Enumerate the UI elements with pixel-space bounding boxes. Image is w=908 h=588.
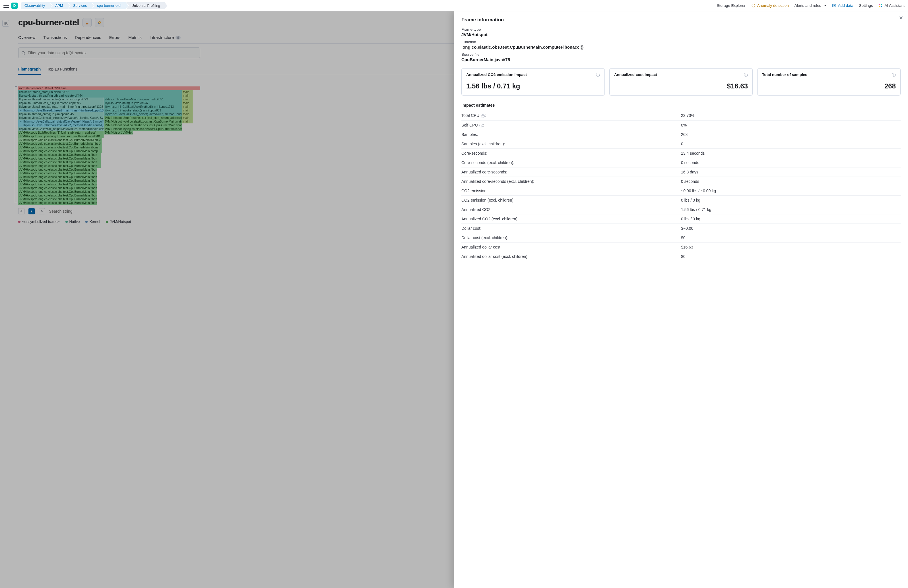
help-icon[interactable]: ?: [481, 114, 485, 118]
impact-value: $~0.00: [681, 224, 901, 233]
flame-segment[interactable]: JVM/Hotspot: byte[] co.elastic.obs.test.…: [104, 127, 182, 131]
java-agent-icon-button[interactable]: [82, 18, 92, 27]
flame-segment[interactable]: main: [182, 116, 193, 120]
subtab-flamegraph[interactable]: Flamegraph: [18, 64, 41, 75]
flame-segment[interactable]: JVM/Hotspot: long co.elastic.obs.test.Cp…: [18, 172, 97, 175]
expand-sidebar-button[interactable]: [2, 20, 9, 27]
flame-segment[interactable]: JVM/Hotspot: long co.elastic.obs.test.Cp…: [18, 197, 97, 201]
flame-segment[interactable]: main: [182, 90, 193, 94]
flame-segment[interactable]: JVM/Hotspot: long co.elastic.obs.test.Cp…: [18, 168, 97, 172]
flame-segment[interactable]: libjvm.so: jni_invoke_static() in jni.cp…: [104, 109, 182, 112]
impact-value: 0 lbs / 0 kg: [681, 196, 901, 205]
breadcrumb-item[interactable]: Services: [68, 2, 91, 9]
flame-segment[interactable]: JVM/Hotspot: void co.elastic.obs.test.Cp…: [104, 120, 182, 124]
info-icon[interactable]: ⓘ: [744, 72, 748, 78]
flame-segment[interactable]: JVM/Hotspot: vo: [104, 131, 120, 135]
flame-segment[interactable]: libjvm.so: jni_CallStaticVoidMethod() in…: [104, 105, 182, 109]
tab-errors[interactable]: Errors: [109, 32, 120, 43]
otel-icon-button[interactable]: [95, 18, 104, 27]
kql-search-bar[interactable]: [18, 48, 200, 58]
flame-segment[interactable]: libc.so.6: start_thread() in pthread_cre…: [18, 94, 182, 98]
flame-segment[interactable]: [97, 157, 101, 161]
flame-segment[interactable]: JVM/Hotspot: void co.elastic.obs.test.Cp…: [18, 146, 98, 149]
tab-metrics[interactable]: Metrics: [128, 32, 142, 43]
flame-segment[interactable]: JVM/Hotspot: long co.elastic.obs.test.Cp…: [18, 161, 97, 164]
flame-segment[interactable]: libjvm.so: JavaCalls::call_virtual(JavaV…: [18, 116, 104, 120]
global-header: D ObservabilityAPMServicescpu-burner-ote…: [0, 0, 908, 11]
tab-overview[interactable]: Overview: [18, 32, 35, 43]
flame-segment[interactable]: JVM/Hotspot: void co.elastic.obs.test.Cp…: [104, 124, 182, 127]
flame-segment[interactable]: libjli.so: ThreadJavaMain() in java_md.c…: [104, 98, 182, 101]
flame-segment[interactable]: JVM/Hotspot: void co.elastic.obs.test.Cp…: [18, 138, 98, 142]
flame-segment[interactable]: JVM/Hotspot: long co.elastic.obs.test.Cp…: [18, 149, 98, 153]
flame-segment[interactable]: libjvm.so: thread_native_entry() in os_l…: [18, 98, 104, 101]
flame-segment[interactable]: main: [182, 94, 193, 98]
flame-segment[interactable]: main: [182, 101, 193, 105]
flame-segment[interactable]: J: [98, 138, 102, 142]
legend-kernel: Kernel: [85, 220, 100, 224]
flame-segment[interactable]: JVM/Hotspot: long co.elastic.obs.test.Cp…: [18, 194, 97, 197]
anomaly-detection-link[interactable]: Anomaly detection: [751, 3, 789, 8]
flame-segment[interactable]: J: [98, 142, 102, 146]
flame-segment[interactable]: main: [182, 112, 193, 116]
subtab-top10[interactable]: Top 10 Functions: [47, 64, 77, 75]
flame-segment[interactable]: libjli.so: JavaMain() in java.c#547: [104, 101, 182, 105]
flame-segment[interactable]: main: [182, 105, 193, 109]
tab-transactions[interactable]: Transactions: [43, 32, 66, 43]
flame-segment[interactable]: libjvm.so: thread_entry() in jvm.cpp#284…: [18, 112, 104, 116]
nav-toggle-button[interactable]: [3, 4, 9, 8]
kql-input[interactable]: [27, 51, 197, 55]
flame-segment[interactable]: [98, 149, 102, 153]
impact-value: $16.63: [681, 243, 901, 252]
tab-dependencies[interactable]: Dependencies: [75, 32, 101, 43]
info-icon[interactable]: ⓘ: [892, 72, 896, 78]
flame-segment[interactable]: JVM/Hotspot: StubRoutines (1) [call_stub…: [18, 131, 104, 135]
settings-link[interactable]: Settings: [859, 3, 873, 8]
flame-segment[interactable]: JVM/Hotspot: long co.elastic.obs.test.Cp…: [18, 186, 97, 190]
flame-segment[interactable]: → libjvm.so: JavaCalls::call(JavaValue*,…: [18, 124, 104, 127]
flame-segment[interactable]: libc.so.6: thread_start() in clone.S#79: [18, 90, 182, 94]
flame-segment[interactable]: JVM/Hotspot: long co.elastic.obs.test.Cp…: [18, 179, 97, 183]
flame-segment[interactable]: [98, 146, 102, 149]
flame-segment[interactable]: JVM/Hotspot: void java.lang.Thread.run()…: [18, 135, 104, 138]
flame-segment[interactable]: libjvm.so: JavaCalls::call_helper(JavaVa…: [18, 127, 104, 131]
flame-segment[interactable]: → libjvm.so: JavaThread::thread_main_inn…: [18, 109, 104, 112]
flame-reset-button[interactable]: ▲: [29, 208, 35, 214]
flame-segment[interactable]: main: [182, 120, 193, 124]
flame-segment[interactable]: root: Represents 100% of CPU time.: [18, 87, 200, 90]
flame-segment[interactable]: libjvm.so: JavaCalls::call_helper(JavaVa…: [104, 112, 182, 116]
flame-segment[interactable]: JVM/Hotspot: long co.elastic.obs.test.Cp…: [18, 164, 97, 168]
flame-segment[interactable]: JVM/Hotspot: StubRoutines (1) [call_stub…: [104, 116, 182, 120]
flame-segment[interactable]: main: [182, 98, 193, 101]
flame-segment[interactable]: JVM/Hotspot: long co.elastic.obs.test.Cp…: [18, 157, 97, 161]
flame-segment[interactable]: libjvm.so: Thread::call_run() in thread.…: [18, 101, 104, 105]
flame-search-input[interactable]: [49, 209, 134, 214]
flame-prev-button[interactable]: <: [18, 208, 24, 214]
flame-segment[interactable]: → libjvm.so: JavaCalls::call_virtual(Jav…: [18, 120, 104, 124]
storage-explorer-link[interactable]: Storage Explorer: [716, 3, 745, 8]
flame-segment[interactable]: JVM/Hotspot: void co.elastic.obs.test.Cp…: [18, 142, 98, 146]
flame-segment[interactable]: [97, 161, 101, 164]
breadcrumb-item[interactable]: Observability: [21, 2, 50, 9]
flame-segment[interactable]: JVM/Hotspot: long co.elastic.obs.test.Cp…: [18, 190, 97, 194]
flyout-close-button[interactable]: ✕: [898, 15, 904, 21]
help-icon[interactable]: ?: [479, 124, 483, 127]
flame-segment[interactable]: [97, 164, 101, 168]
flame-segment[interactable]: [97, 153, 101, 157]
flame-segment[interactable]: main: [182, 109, 193, 112]
info-icon[interactable]: ⓘ: [596, 72, 600, 78]
flame-segment[interactable]: JVM/Hotspot: long co.elastic.obs.test.Cp…: [18, 201, 97, 205]
breadcrumb-item[interactable]: cpu-burner-otel: [91, 2, 126, 9]
flame-segment[interactable]: libjvm.so: JavaThread::thread_main_inner…: [18, 105, 104, 109]
flamegraph[interactable]: root: Represents 100% of CPU time.libc.s…: [18, 87, 200, 205]
flame-segment[interactable]: JVM/Hotsp: [120, 131, 133, 135]
space-badge[interactable]: D: [11, 3, 18, 9]
flame-next-button[interactable]: >: [39, 208, 45, 214]
flame-segment[interactable]: JVM/Hotspot: long co.elastic.obs.test.Cp…: [18, 183, 97, 186]
flame-segment[interactable]: JVM/Hotspot: long co.elastic.obs.test.Cp…: [18, 153, 97, 157]
ai-assistant-link[interactable]: AI Assistant: [878, 3, 905, 8]
add-data-link[interactable]: Add data: [832, 3, 853, 8]
flame-segment[interactable]: JVM/Hotspot: long co.elastic.obs.test.Cp…: [18, 175, 97, 179]
alerts-rules-menu[interactable]: Alerts and rules: [794, 3, 826, 8]
tab-infrastructure[interactable]: Infrastructureβ: [150, 32, 180, 43]
